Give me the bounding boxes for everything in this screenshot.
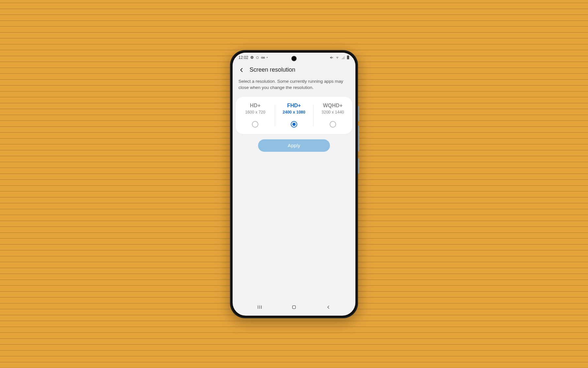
circle-icon bbox=[256, 56, 259, 59]
back-button[interactable] bbox=[238, 66, 245, 74]
radio-button[interactable] bbox=[252, 121, 258, 128]
voicemail-icon: ᴑᴏ bbox=[261, 56, 265, 59]
recents-button[interactable] bbox=[253, 304, 266, 310]
svg-point-0 bbox=[256, 56, 259, 59]
radio-button[interactable] bbox=[291, 121, 297, 128]
svg-rect-1 bbox=[347, 56, 349, 59]
side-button bbox=[358, 158, 359, 174]
page-description: Select a resolution. Some currently runn… bbox=[233, 76, 355, 97]
screen: 12:02 ᴑᴏ • bbox=[233, 53, 355, 316]
page-header: Screen resolution bbox=[233, 62, 355, 76]
resolution-option-wqhd[interactable]: WQHD+ 3200 x 1440 bbox=[313, 103, 352, 128]
option-detail: 2400 x 1080 bbox=[283, 110, 305, 114]
page-title: Screen resolution bbox=[250, 66, 295, 73]
radio-button[interactable] bbox=[330, 121, 336, 128]
camera-notch bbox=[291, 56, 297, 61]
option-label: WQHD+ bbox=[323, 103, 343, 109]
nav-back-button[interactable] bbox=[322, 305, 335, 310]
option-label: HD+ bbox=[250, 103, 260, 109]
wifi-icon bbox=[335, 55, 339, 60]
side-button bbox=[358, 106, 359, 121]
status-time: 12:02 bbox=[238, 55, 248, 60]
system-nav-bar bbox=[233, 301, 355, 316]
home-button[interactable] bbox=[287, 305, 301, 310]
svg-rect-6 bbox=[292, 306, 295, 308]
phone-frame: 12:02 ᴑᴏ • bbox=[230, 50, 358, 318]
apply-button[interactable]: Apply bbox=[258, 139, 330, 152]
svg-rect-2 bbox=[348, 55, 349, 56]
resolution-options-card: HD+ 1600 x 720 FHD+ 2400 x 1080 WQHD+ 32… bbox=[236, 97, 352, 134]
side-button bbox=[358, 125, 359, 151]
option-label: FHD+ bbox=[287, 103, 301, 109]
signal-icon bbox=[341, 56, 345, 60]
gear-icon bbox=[250, 56, 254, 59]
option-detail: 1600 x 720 bbox=[245, 110, 265, 114]
resolution-option-fhd[interactable]: FHD+ 2400 x 1080 bbox=[275, 103, 314, 128]
dot-icon: • bbox=[267, 56, 268, 59]
option-detail: 3200 x 1440 bbox=[321, 110, 344, 114]
battery-icon bbox=[347, 55, 350, 60]
mute-icon bbox=[330, 56, 334, 60]
resolution-option-hd[interactable]: HD+ 1600 x 720 bbox=[236, 103, 275, 128]
apply-button-row: Apply bbox=[233, 139, 355, 152]
